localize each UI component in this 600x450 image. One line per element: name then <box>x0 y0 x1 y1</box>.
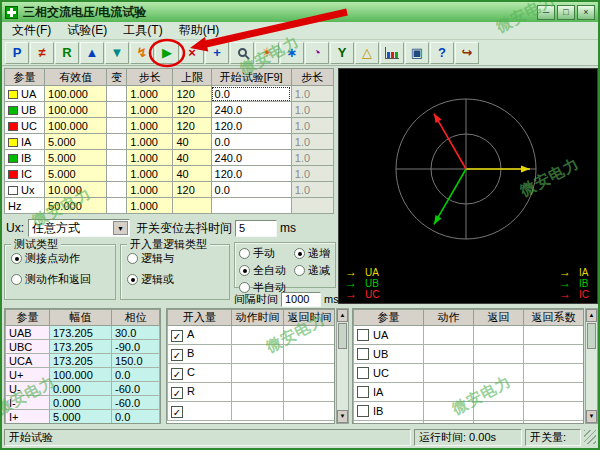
ub-limit-cell[interactable]: 120 <box>173 102 211 118</box>
din-scrollbar[interactable]: ▲ ▼ <box>336 308 349 424</box>
ic-limit-cell[interactable]: 40 <box>173 166 211 182</box>
ux-step-cell[interactable]: 1.000 <box>127 182 173 198</box>
ub-step-cell[interactable]: 1.000 <box>127 102 173 118</box>
sun-button[interactable]: ☀ <box>255 42 279 64</box>
direction-option-1[interactable]: 递减 <box>294 263 334 278</box>
snowflake-button[interactable]: ∗ <box>280 42 304 64</box>
logic-type-option-1[interactable]: 逻辑或 <box>127 272 229 287</box>
uc-limit-cell[interactable]: 120 <box>173 118 211 134</box>
help-button[interactable]: ? <box>430 42 454 64</box>
menu-item-file[interactable]: 文件(F) <box>4 21 59 40</box>
zoom-button[interactable] <box>230 42 254 64</box>
ia-step-cell[interactable]: 1.000 <box>127 134 173 150</box>
ua-vary-cell[interactable] <box>107 86 127 102</box>
ua-step-cell[interactable]: 1.000 <box>127 86 173 102</box>
checkbox-icon[interactable] <box>171 387 183 399</box>
debounce-time-input[interactable] <box>235 220 277 237</box>
hz-value-cell[interactable]: 50.000 <box>45 198 107 214</box>
ux-start-cell[interactable]: 0.0 <box>211 182 291 198</box>
scroll-track[interactable] <box>586 350 597 410</box>
start-test-button[interactable]: ▶ <box>155 42 179 64</box>
scroll-down-icon[interactable]: ▼ <box>586 410 597 423</box>
checkbox-icon[interactable] <box>357 348 369 360</box>
uc-start-cell[interactable]: 120.0 <box>211 118 291 134</box>
mode-option-0[interactable]: 手动 <box>239 246 290 261</box>
uc-vary-cell[interactable] <box>107 118 127 134</box>
ia-value-cell[interactable]: 5.000 <box>45 134 107 150</box>
checkbox-icon[interactable] <box>171 349 183 361</box>
menu-item-tools[interactable]: 工具(T) <box>115 21 170 40</box>
ua-limit-cell[interactable]: 120 <box>173 86 211 102</box>
logic-type-option-0[interactable]: 逻辑与 <box>127 251 229 266</box>
checkbox-icon[interactable] <box>357 329 369 341</box>
test-type-option-1[interactable]: 测动作和返回 <box>11 272 115 287</box>
ib-step-cell[interactable]: 1.000 <box>127 150 173 166</box>
checkbox-icon[interactable] <box>357 405 369 417</box>
ub-vary-cell[interactable] <box>107 102 127 118</box>
resize-grip[interactable] <box>584 430 596 444</box>
delta-connection-button[interactable]: △ <box>355 42 379 64</box>
hz-start-cell[interactable] <box>211 198 291 214</box>
ia-limit-cell[interactable]: 40 <box>173 134 211 150</box>
ux-vary-cell[interactable] <box>107 182 127 198</box>
ic-start-cell[interactable]: 120.0 <box>211 166 291 182</box>
chart-button[interactable] <box>380 42 404 64</box>
ic-step-cell[interactable]: 1.000 <box>127 166 173 182</box>
ib-limit-cell[interactable]: 40 <box>173 150 211 166</box>
ib-value-cell[interactable]: 5.000 <box>45 150 107 166</box>
hz-step-cell[interactable]: 1.000 <box>127 198 173 214</box>
ua-value-cell[interactable]: 100.000 <box>45 86 107 102</box>
ub-start-cell[interactable]: 240.0 <box>211 102 291 118</box>
crosshair-button[interactable]: + <box>205 42 229 64</box>
menu-item-help[interactable]: 帮助(H) <box>171 21 228 40</box>
close-button[interactable]: × <box>577 5 595 20</box>
y-connection-button[interactable]: Y <box>330 42 354 64</box>
checkbox-icon[interactable] <box>171 368 183 380</box>
checkbox-icon[interactable] <box>171 330 183 342</box>
uc-step-cell[interactable]: 1.000 <box>127 118 173 134</box>
ux-value-cell[interactable]: 10.000 <box>45 182 107 198</box>
test-type-option-0[interactable]: 测接点动作 <box>11 251 115 266</box>
checkbox-icon[interactable] <box>171 406 183 418</box>
scroll-thumb[interactable] <box>338 323 347 349</box>
ib-start-cell[interactable]: 240.0 <box>211 150 291 166</box>
scroll-up-icon[interactable]: ▲ <box>586 309 597 322</box>
mode-option-1[interactable]: 全自动 <box>239 263 290 278</box>
ux-mode-combobox[interactable]: 任意方式 ▼ <box>28 219 130 237</box>
minimize-button[interactable]: ─ <box>537 5 555 20</box>
monitor-button[interactable]: ▣ <box>405 42 429 64</box>
scroll-down-icon[interactable]: ▼ <box>337 410 348 423</box>
lower-button[interactable]: ▼ <box>105 42 129 64</box>
scroll-thumb[interactable] <box>587 323 596 349</box>
ia-vary-cell[interactable] <box>107 134 127 150</box>
din-channel-cell: R <box>168 383 232 402</box>
direction-option-0[interactable]: 递增 <box>294 246 334 261</box>
hz-vary-cell[interactable] <box>107 198 127 214</box>
exit-button[interactable]: ↪ <box>455 42 479 64</box>
scroll-up-icon[interactable]: ▲ <box>337 309 348 322</box>
maximize-button[interactable]: □ <box>557 5 575 20</box>
uc-value-cell[interactable]: 100.000 <box>45 118 107 134</box>
hz-limit-cell[interactable] <box>173 198 211 214</box>
ic-value-cell[interactable]: 5.000 <box>45 166 107 182</box>
ua-start-cell[interactable]: 0.0 <box>211 86 291 102</box>
ub-value-cell[interactable]: 100.000 <box>45 102 107 118</box>
stop-test-button[interactable]: × <box>180 42 204 64</box>
dout-scrollbar[interactable]: ▲ ▼ <box>585 308 598 424</box>
ux-limit-cell[interactable]: 120 <box>173 182 211 198</box>
ic-vary-cell[interactable] <box>107 166 127 182</box>
checkbox-icon[interactable] <box>357 386 369 398</box>
menu-item-test[interactable]: 试验(E) <box>59 21 115 40</box>
parameter-p-button[interactable]: P <box>5 42 29 64</box>
fault-trigger-button[interactable]: ↯ <box>130 42 154 64</box>
ib-vary-cell[interactable] <box>107 150 127 166</box>
scroll-track[interactable] <box>337 350 348 410</box>
raise-button[interactable]: ▲ <box>80 42 104 64</box>
interval-input[interactable] <box>281 292 321 307</box>
not-equal-button[interactable]: ≠ <box>30 42 54 64</box>
checkbox-icon[interactable] <box>357 367 369 379</box>
chevron-down-icon[interactable]: ▼ <box>113 221 128 235</box>
ia-start-cell[interactable]: 0.0 <box>211 134 291 150</box>
timer-button[interactable]: ◔ <box>305 42 329 64</box>
reset-r-button[interactable]: R <box>55 42 79 64</box>
